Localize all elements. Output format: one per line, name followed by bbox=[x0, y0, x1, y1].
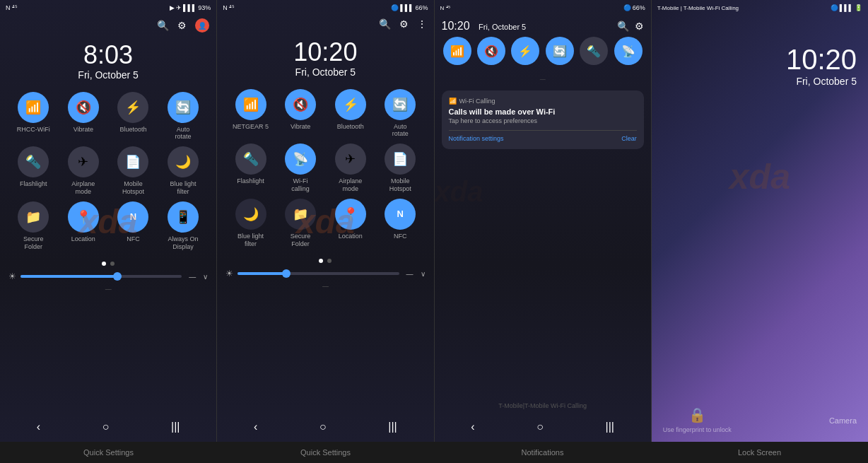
notif-spacer: xda bbox=[435, 155, 651, 399]
tile-hotspot-1[interactable]: 📄 MobileHotspot bbox=[112, 146, 153, 196]
qs-header-1: 🔍 ⚙ 👤 bbox=[0, 16, 216, 35]
carrier-icon: N bbox=[6, 4, 11, 11]
tile-wifi-1[interactable]: 📶 RHCC-WiFi bbox=[13, 92, 54, 141]
time-2: 10:20 bbox=[217, 38, 433, 66]
notif-clear-action[interactable]: Clear bbox=[621, 135, 637, 142]
vibrate-label-1: Vibrate bbox=[74, 126, 93, 134]
battery-1: 93% bbox=[198, 4, 211, 11]
brightness-track-2[interactable] bbox=[237, 272, 399, 275]
tile-airplane-1[interactable]: ✈ Airplanemode bbox=[63, 146, 104, 196]
tile-autorotate-2[interactable]: 🔄 Autorotate bbox=[380, 89, 421, 139]
expand-icon-2[interactable]: ∨ bbox=[421, 270, 426, 278]
home-btn-1[interactable]: ○ bbox=[94, 418, 118, 436]
location-tile-icon: 📍 bbox=[68, 201, 99, 233]
tile-autorotate-1[interactable]: 🔄 Autorotate bbox=[163, 92, 204, 141]
status-right-4: 🔵 ▌▌▌ 🔋 bbox=[831, 4, 862, 11]
flashlight-label-1: Flashlight bbox=[20, 180, 47, 188]
wificalling-label-2: Wi-Ficalling bbox=[291, 177, 310, 193]
tile-airplane-2[interactable]: ✈ Airplanemode bbox=[330, 143, 371, 193]
back-btn-1[interactable]: ‹ bbox=[28, 418, 49, 436]
nav-bar-3: ‹ ○ ||| bbox=[435, 412, 651, 442]
search-icon-1[interactable]: 🔍 bbox=[157, 20, 169, 31]
user-icon-1[interactable]: 👤 bbox=[195, 18, 209, 33]
line-sep-2: — bbox=[217, 281, 433, 291]
tile-flashlight-2[interactable]: 🔦 Flashlight bbox=[230, 143, 271, 193]
brightness-icon-2: ☀ bbox=[225, 269, 233, 279]
notif-tile-rotate[interactable]: 🔄 bbox=[546, 37, 574, 65]
recents-btn-3[interactable]: ||| bbox=[597, 418, 622, 436]
recents-btn-1[interactable]: ||| bbox=[163, 418, 188, 436]
time-1: 8:03 bbox=[0, 41, 216, 69]
tile-wifi-2[interactable]: 📶 NETGEAR 5 bbox=[230, 89, 271, 139]
recents-btn-2[interactable]: ||| bbox=[380, 418, 405, 436]
notification-card[interactable]: 📶 Wi-Fi Calling Calls will be made over … bbox=[442, 90, 644, 149]
lock-footer: 🔒 Use fingerprint to unlock Camera bbox=[652, 398, 868, 442]
securefolder-label-2: SecureFolder bbox=[291, 233, 311, 248]
notif-settings-icon[interactable]: ⚙ bbox=[635, 20, 644, 32]
tile-vibrate-1[interactable]: 🔇 Vibrate bbox=[63, 92, 104, 141]
tile-bluetooth-1[interactable]: ⚡ Bluetooth bbox=[112, 92, 153, 141]
tile-bluelight-1[interactable]: 🌙 Blue lightfilter bbox=[163, 146, 204, 196]
status-left-3: N ⁴⁵ bbox=[440, 5, 450, 11]
airplane-icon: ✈ bbox=[176, 4, 182, 11]
location-label-1: Location bbox=[71, 235, 95, 243]
vibrate-label-2: Vibrate bbox=[291, 123, 310, 131]
airplane-tile-icon: ✈ bbox=[68, 146, 99, 177]
notif-tile-wifi[interactable]: 📶 bbox=[443, 37, 471, 65]
bt-icon-2: 🔵 bbox=[391, 4, 399, 11]
wifi-tile-icon: 📶 bbox=[18, 92, 49, 123]
tile-vibrate-2[interactable]: 🔇 Vibrate bbox=[280, 89, 321, 139]
tile-bluetooth-2[interactable]: ⚡ Bluetooth bbox=[330, 89, 371, 139]
notif-tile-wificalling[interactable]: 📡 bbox=[614, 37, 643, 65]
search-icon-2[interactable]: 🔍 bbox=[379, 18, 391, 30]
status-left-1: N ⁴⁵ bbox=[6, 4, 18, 11]
tile-bluelight-2[interactable]: 🌙 Blue lightfilter bbox=[230, 199, 271, 248]
settings-icon-1[interactable]: ⚙ bbox=[177, 20, 187, 31]
tile-securefolder-1[interactable]: 📁 SecureFolder bbox=[13, 201, 54, 251]
notif-search-icon[interactable]: 🔍 bbox=[617, 20, 629, 32]
notif-bottom-bar: T-Mobile|T-Mobile Wi-Fi Calling bbox=[435, 399, 651, 412]
brightness-bar-2: ☀ — ∨ bbox=[217, 266, 433, 281]
tile-securefolder-2[interactable]: 📁 SecureFolder bbox=[280, 199, 321, 248]
camera-shortcut[interactable]: Camera bbox=[829, 414, 857, 426]
caption-3: Notifications bbox=[434, 442, 651, 463]
captions-row: Quick Settings Quick Settings Notificati… bbox=[0, 442, 868, 463]
notif-tile-bluetooth[interactable]: ⚡ bbox=[511, 37, 539, 65]
tile-hotspot-2[interactable]: 📄 MobileHotspot bbox=[380, 143, 421, 193]
home-btn-2[interactable]: ○ bbox=[311, 418, 335, 436]
tiles-row-2-2: 🔦 Flashlight 📡 Wi-Ficalling ✈ Airplanemo… bbox=[225, 143, 425, 193]
caption-1: Quick Settings bbox=[0, 442, 217, 463]
quick-tiles-2: 📶 NETGEAR 5 🔇 Vibrate ⚡ Bluetooth 🔄 Auto… bbox=[217, 86, 433, 257]
home-btn-3[interactable]: ○ bbox=[528, 418, 552, 436]
tile-nfc-1[interactable]: N NFC bbox=[112, 201, 153, 251]
dot-2-active bbox=[319, 259, 323, 263]
tile-flashlight-1[interactable]: 🔦 Flashlight bbox=[13, 146, 54, 196]
expand-icon-1[interactable]: ∨ bbox=[203, 273, 208, 281]
line-sep-1: — bbox=[0, 284, 216, 294]
airplane-tile-icon-2: ✈ bbox=[335, 143, 366, 175]
tile-location-1[interactable]: 📍 Location bbox=[63, 201, 104, 251]
autorotate-tile-icon-2: 🔄 bbox=[385, 89, 416, 120]
status-right-3: 🔵 66% bbox=[623, 4, 645, 11]
tile-wificalling-2[interactable]: 📡 Wi-Ficalling bbox=[280, 143, 321, 193]
tile-nfc-2[interactable]: N NFC bbox=[380, 199, 421, 248]
back-btn-2[interactable]: ‹ bbox=[245, 418, 266, 436]
notif-tile-vibrate[interactable]: 🔇 bbox=[477, 37, 505, 65]
notif-action-icons: 🔍 ⚙ bbox=[617, 20, 644, 32]
notif-date: Fri, October 5 bbox=[479, 23, 526, 31]
fingerprint-area[interactable]: 🔒 Use fingerprint to unlock bbox=[663, 406, 732, 433]
settings-icon-2[interactable]: ⚙ bbox=[399, 18, 409, 30]
hotspot-tile-icon: 📄 bbox=[117, 146, 148, 177]
tile-aod-1[interactable]: 📱 Always OnDisplay bbox=[163, 201, 204, 251]
notif-tile-flashlight[interactable]: 🔦 bbox=[580, 37, 608, 65]
battery-3: 66% bbox=[633, 4, 645, 11]
notif-settings-action[interactable]: Notification settings bbox=[449, 135, 504, 142]
notif-subtitle: Tap here to access preferences bbox=[449, 117, 637, 124]
back-btn-3[interactable]: ‹ bbox=[462, 418, 483, 436]
date-1: Fri, October 5 bbox=[0, 69, 216, 81]
brightness-track-1[interactable] bbox=[20, 275, 182, 278]
overflow-icon-2[interactable]: ⋮ bbox=[417, 18, 427, 30]
bluetooth-tile-icon: ⚡ bbox=[117, 92, 148, 123]
tile-location-2[interactable]: 📍 Location bbox=[330, 199, 371, 248]
bluelight-label-1: Blue lightfilter bbox=[170, 180, 196, 196]
